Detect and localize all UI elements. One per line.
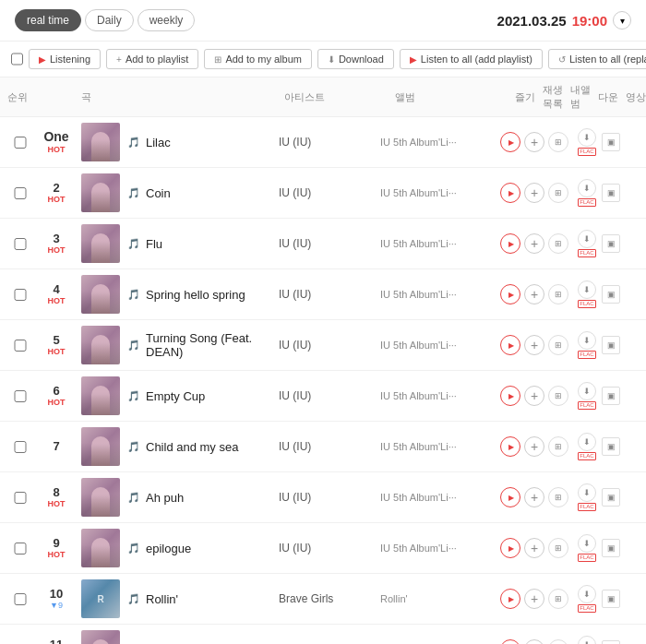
play-button[interactable]: ▶: [500, 233, 520, 254]
add-to-playlist-button[interactable]: +: [524, 386, 544, 406]
row-checkbox[interactable]: [7, 187, 33, 199]
track-title-text[interactable]: Empty Cup: [146, 389, 205, 403]
video-button[interactable]: ▣: [602, 285, 620, 304]
download-button[interactable]: ⬇: [578, 179, 596, 197]
download-button[interactable]: ⬇: [578, 483, 596, 502]
add-to-album-button[interactable]: ⊞: [548, 386, 568, 406]
row-checkbox[interactable]: [7, 137, 33, 149]
tab-daily[interactable]: Daily: [85, 9, 134, 31]
play-button[interactable]: ▶: [500, 284, 520, 304]
add-to-playlist-button[interactable]: +: [524, 639, 544, 644]
track-title-text[interactable]: Rollin': [146, 592, 178, 606]
select-all-checkbox[interactable]: [11, 53, 23, 66]
download-button[interactable]: ⬇: [578, 331, 596, 350]
row-checkbox[interactable]: [7, 340, 33, 352]
track-artist[interactable]: IU (IU): [279, 542, 380, 555]
track-album[interactable]: IU 5th Album'Li···: [380, 289, 500, 300]
video-button[interactable]: ▣: [602, 437, 620, 456]
add-to-playlist-button[interactable]: +: [524, 487, 544, 507]
listen-all-add-button[interactable]: ▶ Listen to all (add playlist): [400, 49, 543, 69]
add-to-album-button[interactable]: ⊞: [548, 487, 568, 507]
row-checkbox[interactable]: [7, 593, 33, 605]
track-album[interactable]: IU 5th Album'Li···: [380, 238, 500, 249]
video-button[interactable]: ▣: [602, 387, 620, 405]
track-artist[interactable]: Brave Girls: [279, 592, 380, 605]
add-to-album-button[interactable]: ⊞: [548, 233, 568, 254]
track-title-text[interactable]: Ah puh: [146, 491, 184, 505]
video-button[interactable]: ▣: [602, 640, 620, 644]
download-button[interactable]: ⬇: [578, 433, 596, 451]
video-button[interactable]: ▣: [602, 336, 620, 354]
track-artist[interactable]: IU (IU): [279, 389, 380, 402]
add-to-album-button[interactable]: ⊞: [548, 335, 568, 355]
add-to-playlist-button[interactable]: +: [524, 436, 544, 457]
add-playlist-button[interactable]: + Add to playlist: [106, 49, 198, 69]
add-to-playlist-button[interactable]: +: [524, 132, 544, 152]
add-to-playlist-button[interactable]: +: [524, 335, 544, 355]
download-button[interactable]: ⬇: [578, 585, 596, 603]
track-title-text[interactable]: epilogue: [146, 542, 191, 555]
track-title-text[interactable]: Child and my sea: [146, 440, 238, 454]
play-button[interactable]: ▶: [500, 639, 520, 644]
track-album[interactable]: IU 5th Album'Li···: [380, 137, 500, 148]
row-checkbox[interactable]: [7, 238, 33, 250]
tab-realtime[interactable]: real time: [15, 9, 81, 31]
add-to-album-button[interactable]: ⊞: [548, 183, 568, 203]
play-button[interactable]: ▶: [500, 538, 520, 558]
video-button[interactable]: ▣: [602, 234, 620, 253]
track-title-text[interactable]: Coin: [146, 186, 171, 200]
download-button[interactable]: ⬇: [578, 280, 596, 299]
add-to-album-button[interactable]: ⊞: [548, 589, 568, 609]
track-album[interactable]: IU 5th Album'Li···: [380, 543, 500, 554]
play-button[interactable]: ▶: [500, 386, 520, 406]
add-to-playlist-button[interactable]: +: [524, 284, 544, 304]
track-album[interactable]: IU 5th Album'Li···: [380, 441, 500, 452]
add-to-album-button[interactable]: ⊞: [548, 284, 568, 304]
track-album[interactable]: IU 5th Album'Li···: [380, 492, 500, 503]
download-button[interactable]: ⬇ Download: [317, 49, 394, 69]
add-to-playlist-button[interactable]: +: [524, 538, 544, 558]
play-button[interactable]: ▶: [500, 589, 520, 609]
track-artist[interactable]: IU (IU): [279, 288, 380, 301]
add-album-button[interactable]: ⊞ Add to my album: [204, 49, 312, 69]
video-button[interactable]: ▣: [602, 133, 620, 151]
track-artist[interactable]: IU (IU): [279, 136, 380, 149]
add-to-album-button[interactable]: ⊞: [548, 538, 568, 558]
track-artist[interactable]: IU (IU): [279, 186, 380, 199]
video-button[interactable]: ▣: [602, 184, 620, 202]
video-button[interactable]: ▣: [602, 590, 620, 608]
add-to-album-button[interactable]: ⊞: [548, 639, 568, 644]
track-artist[interactable]: IU (IU): [279, 440, 380, 453]
row-checkbox[interactable]: [7, 441, 33, 453]
add-to-playlist-button[interactable]: +: [524, 589, 544, 609]
play-button[interactable]: ▶: [500, 183, 520, 203]
track-artist[interactable]: IU (IU): [279, 339, 380, 352]
track-title-text[interactable]: Flu: [146, 237, 162, 251]
track-album[interactable]: IU 5th Album'Li···: [380, 390, 500, 401]
tab-weekly[interactable]: weekly: [138, 9, 196, 31]
row-checkbox[interactable]: [7, 543, 33, 555]
play-button[interactable]: ▶: [500, 487, 520, 507]
track-album[interactable]: IU 5th Album'Li···: [380, 340, 500, 351]
download-button[interactable]: ⬇: [578, 534, 596, 553]
track-title-text[interactable]: Turning Song (Feat. DEAN): [146, 331, 279, 359]
track-title-text[interactable]: Spring hello spring: [146, 288, 245, 302]
play-button[interactable]: ▶: [500, 436, 520, 457]
track-artist[interactable]: IU (IU): [279, 491, 380, 504]
download-button[interactable]: ⬇: [578, 382, 596, 400]
listening-button[interactable]: ▶ Listening: [29, 49, 101, 69]
play-button[interactable]: ▶: [500, 132, 520, 152]
download-button[interactable]: ⬇: [578, 230, 596, 248]
video-button[interactable]: ▣: [602, 488, 620, 507]
track-album[interactable]: Rollin': [380, 593, 500, 604]
listen-all-replace-button[interactable]: ↺ Listen to all (replace playlist): [548, 49, 646, 69]
track-artist[interactable]: IU (IU): [279, 237, 380, 250]
download-button[interactable]: ⬇: [578, 128, 596, 147]
download-button[interactable]: ⬇: [578, 636, 596, 644]
video-button[interactable]: ▣: [602, 539, 620, 557]
add-to-playlist-button[interactable]: +: [524, 233, 544, 254]
row-checkbox[interactable]: [7, 289, 33, 301]
row-checkbox[interactable]: [7, 390, 33, 402]
chevron-down-btn[interactable]: ▾: [613, 11, 631, 30]
add-to-album-button[interactable]: ⊞: [548, 436, 568, 457]
